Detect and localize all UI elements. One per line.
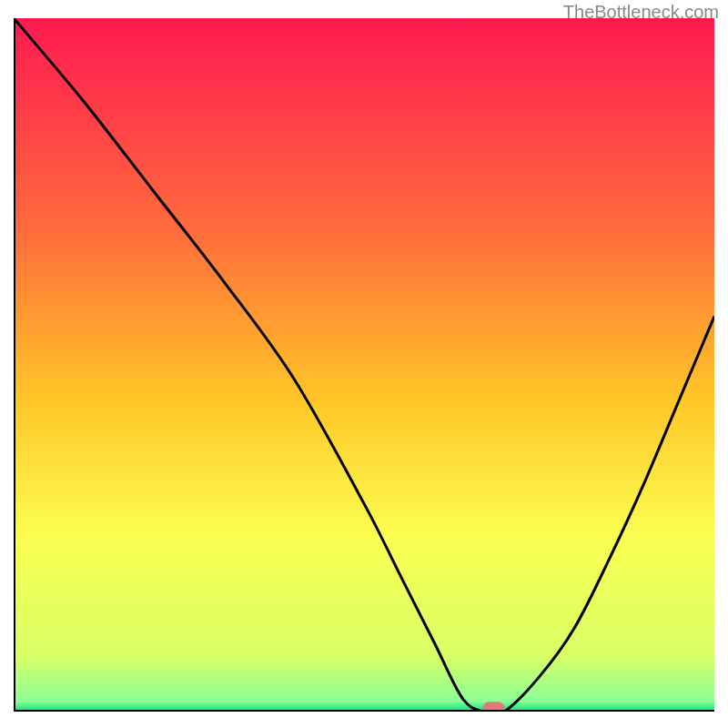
gradient-background xyxy=(14,18,714,712)
chart-svg xyxy=(14,18,714,712)
watermark-text: TheBottleneck.com xyxy=(563,2,719,23)
plot-area xyxy=(14,18,714,712)
chart-container: TheBottleneck.com xyxy=(0,0,728,728)
